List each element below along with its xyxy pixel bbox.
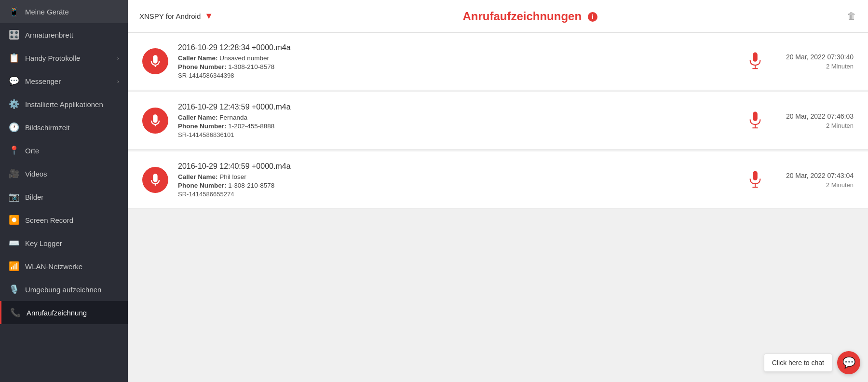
sidebar-label-screen-record: Screen Record (25, 216, 73, 224)
sidebar-item-meine-geraete[interactable]: 📱 Meine Geräte (0, 0, 128, 23)
chat-label[interactable]: Click here to chat (764, 354, 832, 372)
sidebar-label-umgebung-aufzeichnen: Umgebung aufzeichnen (25, 286, 101, 294)
chat-widget: Click here to chat 💬 (764, 351, 860, 374)
record-filename-0: 2016-10-29 12:28:34 +0000.m4a (178, 43, 734, 52)
sidebar-label-anrufaufzeichnung: Anrufaufzeichnung (27, 309, 87, 317)
record-phone-1: Phone Number: 1-202-455-8888 (178, 123, 734, 130)
sidebar-item-umgebung-aufzeichnen[interactable]: 🎙️ Umgebung aufzeichnen (0, 278, 128, 301)
sidebar-label-videos: Videos (25, 170, 47, 178)
call-record-1: 2016-10-29 12:43:59 +0000.m4a Caller Nam… (128, 92, 868, 150)
sidebar-icon-bildschirmzeit: 🕐 (9, 122, 19, 133)
chevron-icon: › (117, 55, 119, 62)
call-record-2: 2016-10-29 12:40:59 +0000.m4a Caller Nam… (128, 151, 868, 209)
sidebar-icon-umgebung-aufzeichnen: 🎙️ (9, 284, 19, 295)
record-info-2: 2016-10-29 12:40:59 +0000.m4a Caller Nam… (178, 162, 734, 198)
chat-button[interactable]: 💬 (837, 351, 860, 374)
record-caller-0: Caller Name: Unsaved number (178, 55, 734, 62)
sidebar-item-messenger[interactable]: 💬 Messenger › (0, 69, 128, 93)
device-name: XNSPY for Android (139, 12, 201, 20)
svg-rect-0 (753, 53, 758, 62)
sidebar-item-bildschirmzeit[interactable]: 🕐 Bildschirmzeit (0, 116, 128, 139)
record-meta-0: 20 Mar, 2022 07:30:40 2 Minuten (776, 53, 854, 70)
sidebar-icon-videos: 🎥 (9, 168, 19, 179)
record-audio-button-1[interactable] (744, 111, 767, 130)
sidebar-icon-bilder: 📷 (9, 191, 19, 202)
record-meta-1: 20 Mar, 2022 07:46:03 2 Minuten (776, 112, 854, 129)
record-phone-2: Phone Number: 1-308-210-8578 (178, 182, 734, 189)
sidebar-label-wlan-netzwerke: WLAN-Netzwerke (25, 262, 82, 271)
sidebar-label-armaturenbrett: Armaturenbrett (25, 31, 73, 39)
record-phone-0: Phone Number: 1-308-210-8578 (178, 63, 734, 70)
sidebar: 📱 Meine Geräte 🎛️ Armaturenbrett 📋 Handy… (0, 0, 128, 382)
record-date-1: 20 Mar, 2022 07:46:03 (776, 112, 854, 120)
call-record-0: 2016-10-29 12:28:34 +0000.m4a Caller Nam… (128, 33, 868, 90)
sidebar-item-orte[interactable]: 📍 Orte (0, 139, 128, 162)
sidebar-icon-handy-protokolle: 📋 (9, 53, 19, 63)
sidebar-label-orte: Orte (25, 147, 39, 155)
sidebar-icon-key-logger: ⌨️ (9, 238, 19, 248)
record-info-1: 2016-10-29 12:43:59 +0000.m4a Caller Nam… (178, 103, 734, 138)
record-date-0: 20 Mar, 2022 07:30:40 (776, 53, 854, 61)
sidebar-label-handy-protokolle: Handy Protokolle (25, 54, 80, 62)
record-filename-2: 2016-10-29 12:40:59 +0000.m4a (178, 162, 734, 171)
record-sr-1: SR-1414586836101 (178, 131, 734, 138)
svg-rect-3 (753, 112, 758, 121)
record-caller-2: Caller Name: Phil loser (178, 173, 734, 180)
record-audio-button-2[interactable] (744, 170, 767, 190)
sidebar-label-meine-geraete: Meine Geräte (25, 8, 69, 16)
record-icon-0 (142, 48, 168, 74)
records-list: 2016-10-29 12:28:34 +0000.m4a Caller Nam… (128, 33, 868, 382)
sidebar-item-bilder[interactable]: 📷 Bilder (0, 185, 128, 208)
record-audio-button-0[interactable] (744, 52, 767, 71)
sidebar-item-key-logger[interactable]: ⌨️ Key Logger (0, 232, 128, 255)
record-icon-1 (142, 108, 168, 134)
device-selector[interactable]: XNSPY for Android ▼ (139, 11, 213, 21)
record-caller-1: Caller Name: Fernanda (178, 114, 734, 121)
record-meta-2: 20 Mar, 2022 07:43:04 2 Minuten (776, 172, 854, 189)
sidebar-label-bilder: Bilder (25, 193, 43, 201)
record-info-0: 2016-10-29 12:28:34 +0000.m4a Caller Nam… (178, 43, 734, 79)
sidebar-icon-messenger: 💬 (9, 76, 19, 86)
sidebar-item-anrufaufzeichnung[interactable]: 📞 Anrufaufzeichnung (0, 301, 128, 324)
sidebar-icon-anrufaufzeichnung: 📞 (10, 307, 21, 318)
record-sr-2: SR-1414586655274 (178, 191, 734, 198)
sidebar-label-messenger: Messenger (25, 77, 61, 85)
sidebar-item-wlan-netzwerke[interactable]: 📶 WLAN-Netzwerke (0, 255, 128, 278)
record-icon-2 (142, 167, 168, 193)
chevron-icon: › (117, 78, 119, 85)
record-sr-0: SR-1414586344398 (178, 72, 734, 79)
sidebar-icon-armaturenbrett: 🎛️ (9, 29, 19, 40)
sidebar-item-screen-record[interactable]: ⏺️ Screen Record (0, 208, 128, 232)
sidebar-item-installierte-applikationen[interactable]: ⚙️ Installierte Applikationen (0, 93, 128, 116)
sidebar-icon-installierte-applikationen: ⚙️ (9, 99, 19, 109)
record-duration-0: 2 Minuten (776, 63, 854, 70)
sidebar-item-armaturenbrett[interactable]: 🎛️ Armaturenbrett (0, 23, 128, 46)
sidebar-item-videos[interactable]: 🎥 Videos (0, 162, 128, 185)
sidebar-label-bildschirmzeit: Bildschirmzeit (25, 123, 70, 132)
delete-button[interactable]: 🗑 (847, 11, 856, 22)
sidebar-icon-orte: 📍 (9, 145, 19, 156)
sidebar-icon-screen-record: ⏺️ (9, 215, 19, 225)
svg-rect-6 (753, 171, 758, 180)
record-filename-1: 2016-10-29 12:43:59 +0000.m4a (178, 103, 734, 111)
sidebar-icon-wlan-netzwerke: 📶 (9, 261, 19, 272)
info-icon[interactable]: i (588, 12, 597, 22)
sidebar-item-handy-protokolle[interactable]: 📋 Handy Protokolle › (0, 46, 128, 69)
main-content: XNSPY for Android ▼ Anrufaufzeichnungen … (128, 0, 868, 382)
sidebar-label-installierte-applikationen: Installierte Applikationen (25, 100, 103, 109)
record-duration-2: 2 Minuten (776, 181, 854, 189)
record-date-2: 20 Mar, 2022 07:43:04 (776, 172, 854, 179)
dropdown-arrow-icon[interactable]: ▼ (204, 11, 213, 21)
record-duration-1: 2 Minuten (776, 122, 854, 129)
header-bar: XNSPY for Android ▼ Anrufaufzeichnungen … (128, 0, 868, 33)
sidebar-label-key-logger: Key Logger (25, 239, 62, 247)
sidebar-icon-meine-geraete: 📱 (9, 6, 19, 17)
page-title: Anrufaufzeichnungen i (213, 10, 847, 23)
